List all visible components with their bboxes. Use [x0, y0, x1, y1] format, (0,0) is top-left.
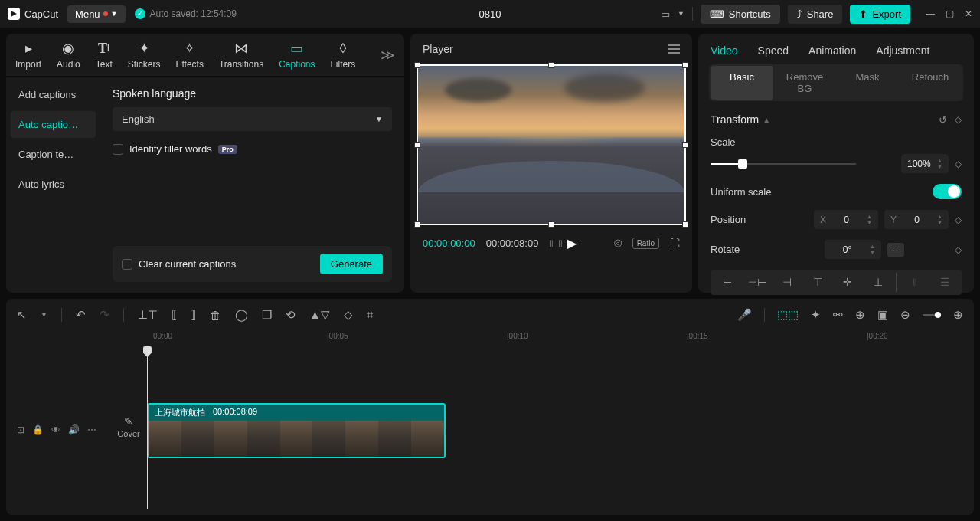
zoom-in-icon[interactable]: ⊕	[953, 308, 963, 322]
player-menu-icon[interactable]	[668, 44, 680, 54]
tab-transitions[interactable]: ⋈Transitions	[219, 40, 263, 70]
crop-icon[interactable]: ⌗	[367, 308, 373, 322]
uniform-toggle[interactable]	[933, 184, 962, 199]
tab-audio[interactable]: ◉Audio	[57, 40, 80, 70]
tab-filters[interactable]: ◊Filters	[331, 40, 356, 70]
next-frame-icon[interactable]: ⦀	[558, 238, 560, 250]
align-top-icon[interactable]: ⊤	[804, 273, 831, 292]
export-button[interactable]: ⬆ Export	[850, 5, 910, 24]
split-left-icon[interactable]: ⟦	[172, 308, 177, 322]
language-select[interactable]: English ▼	[113, 107, 392, 131]
subtab-retouch[interactable]: Retouch	[899, 66, 962, 100]
share-button[interactable]: ⤴ Share	[788, 5, 843, 24]
generate-button[interactable]: Generate	[320, 254, 383, 274]
reset-icon[interactable]: ↺	[939, 114, 947, 126]
mute-icon[interactable]: 🔊	[68, 424, 80, 435]
subtab-mask[interactable]: Mask	[836, 66, 899, 100]
visibility-icon[interactable]: 👁	[51, 424, 60, 435]
resize-handle[interactable]	[414, 142, 420, 148]
rtab-animation[interactable]: Animation	[808, 44, 856, 57]
split-icon[interactable]: ⊥⊤	[138, 308, 158, 322]
resize-handle[interactable]	[682, 221, 688, 228]
delete-icon[interactable]: 🗑	[210, 309, 221, 322]
mic-icon[interactable]: 🎤	[737, 308, 752, 322]
reverse-icon[interactable]: ⟲	[286, 308, 296, 322]
snapshot-icon[interactable]: ⦾	[614, 238, 622, 250]
thumbnail-icon[interactable]: ▣	[877, 308, 888, 322]
tab-effects[interactable]: ✧Effects	[175, 40, 203, 70]
position-x-input[interactable]: X0▲▼	[814, 210, 878, 229]
lock-track-icon[interactable]: 🔒	[32, 424, 44, 435]
maximize-button[interactable]: ▢	[946, 8, 954, 19]
distribute-v-icon[interactable]: ☰	[932, 273, 959, 292]
keyframe-icon[interactable]: ◇	[955, 114, 962, 126]
sidebar-add-captions[interactable]: Add captions	[11, 81, 96, 108]
resize-handle[interactable]	[414, 62, 420, 68]
position-y-input[interactable]: Y0▲▼	[884, 210, 949, 229]
align-left-icon[interactable]: ⊢	[714, 273, 740, 292]
resize-handle[interactable]	[682, 142, 688, 148]
prev-frame-icon[interactable]: ⦀	[549, 238, 550, 250]
redo-icon[interactable]: ↷	[100, 308, 109, 322]
rtab-speed[interactable]: Speed	[758, 44, 789, 57]
tab-captions[interactable]: ▭Captions	[279, 40, 315, 70]
split-right-icon[interactable]: ⟧	[191, 308, 196, 322]
mirror-icon[interactable]: ▲▽	[309, 308, 330, 322]
copy-icon[interactable]: ❐	[262, 308, 272, 322]
clear-checkbox[interactable]	[122, 259, 132, 270]
ratio-button[interactable]: Ratio	[632, 238, 659, 249]
playhead[interactable]	[147, 348, 148, 509]
shortcuts-button[interactable]: ⌨ Shortcuts	[701, 5, 780, 24]
resize-handle[interactable]	[414, 221, 420, 228]
align-center-h-icon[interactable]: ⊣⊢	[743, 273, 770, 292]
track-more-icon[interactable]: ⋯	[87, 424, 96, 435]
filler-checkbox[interactable]	[113, 144, 123, 155]
subtab-removebg[interactable]: Remove BG	[773, 66, 836, 100]
cover-button[interactable]: ✎ Cover	[115, 415, 142, 438]
sidebar-auto-captions[interactable]: Auto captio…	[11, 111, 96, 138]
rotate-icon[interactable]: ◇	[344, 308, 353, 322]
video-clip[interactable]: 上海城市航拍 00:00:08:09	[147, 403, 446, 458]
scale-slider[interactable]	[710, 163, 856, 165]
resize-handle[interactable]	[682, 62, 688, 68]
rtab-video[interactable]: Video	[710, 44, 738, 57]
close-button[interactable]: ✕	[965, 8, 972, 19]
layout-icon[interactable]: ▭	[661, 8, 670, 20]
sidebar-caption-template[interactable]: Caption te…	[11, 141, 96, 168]
video-preview[interactable]	[416, 64, 686, 225]
sidebar-auto-lyrics[interactable]: Auto lyrics	[11, 171, 96, 198]
tab-import[interactable]: ▸Import	[15, 40, 41, 70]
chain-icon[interactable]: ⚯	[833, 308, 843, 322]
scale-input[interactable]: 100%▲▼	[901, 154, 949, 173]
marker-icon[interactable]: ◯	[235, 308, 248, 322]
expand-track-icon[interactable]: ⊡	[17, 424, 24, 435]
rotate-input[interactable]: 0°▲▼	[825, 240, 881, 259]
tab-stickers[interactable]: ✦Stickers	[128, 40, 161, 70]
resize-handle[interactable]	[548, 221, 554, 228]
keyframe-icon[interactable]: ◇	[955, 159, 962, 169]
undo-icon[interactable]: ↶	[76, 308, 86, 322]
align-right-icon[interactable]: ⊣	[774, 273, 801, 292]
minimize-button[interactable]: —	[926, 8, 935, 19]
resize-handle[interactable]	[548, 62, 554, 68]
menu-button[interactable]: Menu▼	[67, 5, 125, 23]
rotate-label: Rotate	[710, 244, 740, 255]
fullscreen-icon[interactable]: ⛶	[670, 238, 680, 249]
tab-text[interactable]: TIText	[96, 40, 113, 70]
expand-tabs-icon[interactable]: ≫	[381, 47, 395, 64]
subtab-basic[interactable]: Basic	[710, 66, 773, 100]
keyframe-icon[interactable]: ◇	[955, 244, 962, 255]
link-icon[interactable]: ✦	[811, 308, 821, 322]
pointer-tool-icon[interactable]: ↖	[17, 308, 27, 322]
magnet-icon[interactable]: ⬚⬚	[777, 308, 799, 322]
align-bottom-icon[interactable]: ⊥	[864, 273, 891, 292]
play-button[interactable]: ▶	[567, 236, 577, 251]
align-center-v-icon[interactable]: ✛	[835, 273, 861, 292]
mirror-button[interactable]: –	[887, 243, 904, 257]
timeline-ruler[interactable]: 00:00 |00:05 |00:10 |00:15 |00:20	[147, 329, 974, 346]
preview-icon[interactable]: ⊕	[855, 308, 865, 322]
zoom-out-icon[interactable]: ⊖	[900, 308, 910, 322]
distribute-h-icon[interactable]: ⦀	[901, 273, 928, 292]
keyframe-icon[interactable]: ◇	[955, 215, 962, 225]
rtab-adjustment[interactable]: Adjustment	[876, 44, 929, 57]
